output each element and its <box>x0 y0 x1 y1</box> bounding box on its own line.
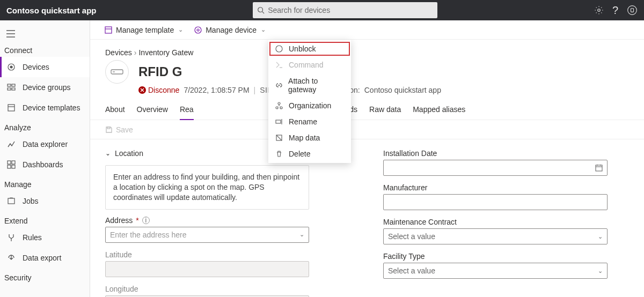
manage-device-button[interactable]: Manage device ⌄ <box>191 24 269 36</box>
longitude-label: Longitude <box>105 285 351 293</box>
sidebar-item-label: Device groups <box>23 83 71 92</box>
svg-rect-10 <box>8 84 11 86</box>
address-input[interactable]: Enter the address here ⌄ <box>105 227 309 243</box>
data-explorer-icon <box>6 139 16 149</box>
device-groups-icon <box>6 83 16 92</box>
tab-mapped-aliases[interactable]: Mapped aliases <box>413 103 465 120</box>
calendar-icon <box>595 164 603 172</box>
info-icon[interactable]: i <box>142 217 150 224</box>
sidebar-item-label: Rules <box>23 233 42 242</box>
sidebar-item-rules[interactable]: Rules <box>0 227 90 248</box>
menu-item-organization[interactable]: Organization <box>268 98 351 114</box>
breadcrumb: Devices › Inventory Gatew <box>90 40 644 57</box>
sidebar-item-label: Jobs <box>23 197 39 205</box>
nav-group-manage: Manage <box>0 175 90 191</box>
template-icon <box>104 26 113 34</box>
menu-item-label: Command <box>289 61 324 69</box>
maintenance-contract-label: Maintenance Contract <box>383 218 629 226</box>
sidebar-item-label: Dashboards <box>23 160 63 169</box>
manufacturer-input[interactable] <box>383 194 608 210</box>
svg-point-26 <box>276 46 282 52</box>
breadcrumb-item[interactable]: Inventory Gatew <box>138 48 193 57</box>
svg-rect-20 <box>8 198 14 204</box>
svg-rect-11 <box>8 88 11 90</box>
sidebar-item-label: Data explorer <box>23 140 68 148</box>
organization-icon <box>275 101 283 110</box>
nav-group-analyze: Analyze <box>0 118 90 134</box>
sidebar-item-device-groups[interactable]: Device groups <box>0 77 90 98</box>
device-org-value: Contoso quickstart app <box>364 86 441 94</box>
menu-item-attach-gateway[interactable]: Attach to gateway <box>268 73 351 98</box>
device-icon <box>194 26 202 34</box>
menu-item-delete[interactable]: Delete <box>268 146 351 162</box>
delete-icon <box>275 150 283 158</box>
chevron-down-icon: ⌄ <box>261 26 266 33</box>
app-title: Contoso quickstart app <box>6 6 97 15</box>
svg-rect-4 <box>631 9 634 12</box>
breadcrumb-separator: › <box>134 48 137 57</box>
device-tabs: About Overview Rea Devices Commands Raw … <box>90 94 644 120</box>
sidebar-item-label: Devices <box>23 63 49 71</box>
nav-group-security: Security <box>0 268 90 284</box>
sidebar-item-label: Data export <box>23 254 61 262</box>
search-box[interactable] <box>253 2 437 18</box>
svg-rect-17 <box>12 161 15 164</box>
help-icon[interactable]: ? <box>612 4 618 17</box>
tab-overview[interactable]: Overview <box>137 103 168 120</box>
manufacturer-label: Manufacturer <box>383 183 629 192</box>
maintenance-contract-select[interactable]: Select a value ⌄ <box>383 228 608 244</box>
menu-item-label: Unblock <box>289 44 316 53</box>
search-input[interactable] <box>268 6 433 14</box>
svg-rect-30 <box>276 120 281 123</box>
device-templates-icon <box>6 103 16 113</box>
svg-rect-18 <box>8 165 11 168</box>
device-avatar-icon <box>105 60 129 84</box>
chevron-down-icon: ⌄ <box>178 26 183 33</box>
map-data-icon <box>275 133 283 142</box>
sidebar-item-dashboards[interactable]: Dashboards <box>0 154 90 175</box>
svg-rect-37 <box>107 127 110 129</box>
menu-item-label: Organization <box>289 101 331 110</box>
chevron-down-icon: ⌄ <box>105 150 111 157</box>
svg-point-25 <box>197 29 199 31</box>
facility-type-select[interactable]: Select a value ⌄ <box>383 263 608 279</box>
tab-about[interactable]: About <box>105 103 125 120</box>
sidebar-item-jobs[interactable]: Jobs <box>0 191 90 211</box>
menu-item-command: Command <box>268 57 351 73</box>
installation-date-input[interactable] <box>383 160 608 176</box>
jobs-icon <box>6 196 16 206</box>
breadcrumb-root[interactable]: Devices <box>105 48 132 57</box>
svg-rect-19 <box>12 165 15 168</box>
tab-raw-data[interactable]: Raw data <box>369 103 401 120</box>
svg-point-9 <box>10 66 12 68</box>
sidebar-item-devices[interactable]: Devices <box>0 57 90 77</box>
manage-template-button[interactable]: Manage template ⌄ <box>101 24 186 36</box>
menu-item-map-data[interactable]: Map data <box>268 130 351 146</box>
manage-device-menu: Unblock Command Attach to gateway Organi… <box>268 40 351 163</box>
nav-group-extend: Extend <box>0 211 90 227</box>
rename-icon <box>275 117 283 126</box>
dashboards-icon <box>6 160 16 169</box>
feedback-icon[interactable] <box>627 5 638 16</box>
sidebar-item-device-templates[interactable]: Device templates <box>0 98 90 118</box>
sidebar-item-data-export[interactable]: Data export <box>0 248 90 268</box>
svg-point-27 <box>278 102 280 105</box>
hamburger-icon[interactable] <box>0 27 90 41</box>
device-name: RFID G <box>138 64 182 79</box>
address-label: Address * i <box>105 216 351 225</box>
svg-point-3 <box>628 6 637 15</box>
settings-icon[interactable] <box>594 5 604 15</box>
chevron-down-icon: ⌄ <box>299 231 304 238</box>
cmd-label: Manage template <box>116 26 174 34</box>
menu-item-unblock[interactable]: Unblock <box>268 41 351 57</box>
attach-gateway-icon <box>275 81 283 90</box>
save-label: Save <box>116 125 133 134</box>
svg-line-33 <box>276 135 282 140</box>
cmd-label: Manage device <box>206 26 257 34</box>
menu-item-label: Attach to gateway <box>288 77 345 94</box>
tab-rea[interactable]: Rea <box>180 103 194 120</box>
sidebar-item-data-explorer[interactable]: Data explorer <box>0 134 90 154</box>
svg-rect-38 <box>596 165 602 171</box>
menu-item-rename[interactable]: Rename <box>268 114 351 130</box>
svg-point-24 <box>195 27 201 33</box>
